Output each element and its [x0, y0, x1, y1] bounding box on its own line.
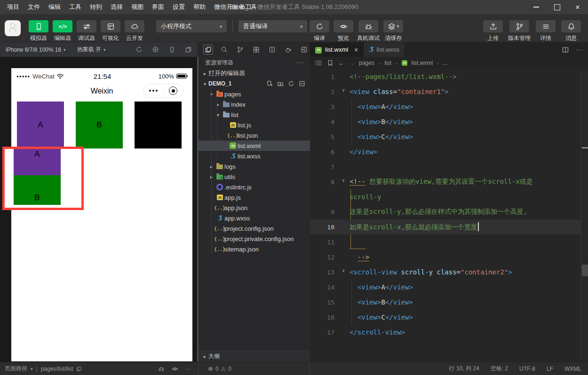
code-editor[interactable]: 1<!--pages/list/list.wxml-->2∨<view clas… — [310, 69, 581, 362]
more-icon[interactable]: ··· — [185, 366, 191, 372]
record-icon[interactable] — [152, 46, 159, 53]
code-line-2[interactable]: 2∨<view class="container1"> — [310, 84, 581, 99]
bookmark-icon[interactable] — [326, 59, 334, 67]
code-line-9[interactable]: 9这里是scroll-y,那么必须在样式中为其强制添加一个高度, — [310, 204, 581, 219]
tree-item-list[interactable]: ▾list — [199, 109, 310, 120]
code-line-wrap[interactable]: scroll-y — [310, 189, 581, 204]
breadcrumb-item-list[interactable]: list — [384, 60, 391, 66]
toolbar-button-清缓存[interactable]: ▾清缓存 — [383, 20, 404, 42]
code-line-3[interactable]: 3 <view>A</view> — [310, 99, 581, 114]
refresh-icon[interactable] — [288, 80, 294, 87]
tree-item-.eslintrc.js[interactable]: .eslintrc.js — [199, 182, 310, 192]
new-folder-icon[interactable] — [277, 80, 284, 87]
menu-帮助[interactable]: 帮助 — [189, 0, 210, 14]
phone-mini-icon[interactable] — [168, 46, 175, 53]
tree-item-app.js[interactable]: JSapp.js — [199, 192, 310, 203]
fold-icon[interactable]: ∨ — [337, 178, 350, 183]
tree-item-sitemap.json[interactable]: {..}sitemap.json — [199, 244, 310, 254]
teapot-icon[interactable] — [283, 45, 293, 55]
code-line-17[interactable]: 17</scroll-view> — [310, 325, 581, 340]
explorer-more-icon[interactable]: ··· — [296, 59, 303, 66]
breadcrumb-item-pages[interactable]: pages — [359, 60, 374, 66]
code-line-4[interactable]: 4 <view>B</view> — [310, 114, 581, 129]
scroll-view-container[interactable]: A B — [2, 147, 84, 210]
search-icon[interactable] — [219, 45, 229, 55]
hot-reload-toggle[interactable]: 热重载 开 ▾ — [77, 46, 106, 54]
s-badge-icon[interactable]: S — [267, 45, 277, 55]
editor-more-icon[interactable]: ··· — [576, 46, 583, 53]
tree-item-app.json[interactable]: {..}app.json — [199, 203, 310, 213]
code-line-1[interactable]: 1<!--pages/list/list.wxml--> — [310, 69, 581, 84]
tree-item-logs[interactable]: ▸logs — [199, 161, 310, 172]
menu-视图[interactable]: 视图 — [127, 0, 148, 14]
language-mode[interactable]: WXML — [564, 366, 581, 372]
toolbar-button-云开发[interactable]: 云开发 — [124, 20, 145, 42]
eol-setting[interactable]: LF — [547, 366, 553, 372]
breadcrumb-item-file[interactable]: list.wxml — [412, 60, 433, 66]
code-line-8[interactable]: 8∨<!-- 想要获取滚动的view,需要为其设置一个scroll-x或是 — [310, 174, 581, 189]
editor-scrollbar[interactable] — [581, 69, 588, 362]
menu-文件[interactable]: 文件 — [24, 0, 44, 14]
menu-转到[interactable]: 转到 — [86, 0, 106, 14]
mode-select[interactable]: 小程序模式 ▾ — [156, 20, 227, 32]
capsule-home-button[interactable] — [164, 86, 183, 95]
preview-eye-icon[interactable] — [172, 366, 178, 372]
toolbar-button-真机调试[interactable]: 真机调试 — [357, 20, 380, 42]
toolbar-button-调试器[interactable]: 调试器 — [76, 20, 97, 42]
tab-list.wxss[interactable]: Ʒlist.wxss — [364, 42, 405, 57]
close-tab-icon[interactable]: × — [354, 46, 358, 54]
code-line-5[interactable]: 5 <view>C</view> — [310, 129, 581, 144]
toolbar-button-消息[interactable]: 消息 — [561, 20, 581, 42]
tree-item-project.private.config.json[interactable]: {..}project.private.config.json — [199, 234, 310, 244]
outline-toggle-icon[interactable] — [315, 59, 322, 67]
menu-微信开发者工具[interactable]: 微信开发者工具 — [210, 0, 261, 14]
minimize-button[interactable] — [526, 0, 547, 14]
code-line-7[interactable]: 7 — [310, 159, 581, 174]
toolbar-button-上传[interactable]: 上传 — [483, 20, 503, 42]
code-line-13[interactable]: 13∨<scroll-view scroll-y class="containe… — [310, 265, 581, 280]
close-button[interactable]: ✕ — [567, 0, 588, 14]
tree-item-app.wxss[interactable]: Ʒapp.wxss — [199, 213, 310, 223]
copy-icon[interactable] — [76, 366, 82, 372]
menu-工具[interactable]: 工具 — [65, 0, 86, 14]
tree-item-list.wxml[interactable]: <>list.wxml — [199, 141, 310, 151]
branch-sm-icon[interactable] — [235, 45, 245, 55]
tab-list.wxml[interactable]: <>list.wxml× — [310, 42, 364, 57]
tree-item-DEMO_1[interactable]: ▾DEMO_1 — [199, 78, 310, 89]
outline-section[interactable]: ▸ 大纲 — [199, 351, 310, 362]
toolbar-button-预览[interactable]: 预览 — [333, 20, 354, 42]
encoding-setting[interactable]: UTF-8 — [519, 366, 535, 372]
menu-设置[interactable]: 设置 — [168, 0, 189, 14]
code-line-10[interactable]: 10如果是scroll-x,那么就必须添加一个宽度 — [310, 219, 581, 234]
tree-item-list.json[interactable]: {..}list.json — [199, 130, 310, 141]
menu-项目[interactable]: 项目 — [3, 0, 24, 14]
files-icon[interactable] — [203, 45, 213, 55]
toolbar-button-详情[interactable]: 详情 — [535, 20, 556, 42]
device-select[interactable]: iPhone 6/7/8 100% 16 ▾ — [6, 47, 66, 53]
forward-icon[interactable]: → — [349, 60, 355, 67]
code-line-6[interactable]: 6</view> — [310, 144, 581, 159]
blocks-icon[interactable] — [251, 45, 261, 55]
code-line-14[interactable]: 14 <view>A</view> — [310, 280, 581, 295]
cursor-position[interactable]: 行 10, 列 24 — [449, 365, 479, 373]
page-path-value[interactable]: pages/list/list — [41, 366, 73, 372]
tree-item-打开的编辑器[interactable]: ▸打开的编辑器 — [199, 68, 310, 78]
scrollbar-thumb[interactable] — [582, 265, 588, 276]
code-line-15[interactable]: 15 <view>B</view> — [310, 295, 581, 310]
compile-mode-select[interactable]: 普通编译 ▾ — [238, 20, 307, 32]
page-path-select[interactable]: 页面路径 — [5, 365, 27, 373]
menu-编辑[interactable]: 编辑 — [44, 0, 65, 14]
fold-icon[interactable]: ∨ — [337, 268, 350, 273]
toolbar-button-版本管理[interactable]: 版本管理 — [508, 20, 531, 42]
capsule-more-button[interactable] — [143, 90, 163, 92]
toolbar-button-编译[interactable]: 编译 — [309, 20, 330, 42]
collapse-left-icon[interactable] — [299, 45, 309, 55]
refresh-icon[interactable] — [135, 46, 143, 53]
code-line-11[interactable]: 11 — [310, 234, 581, 250]
new-file-icon[interactable] — [266, 80, 273, 87]
code-line-16[interactable]: 16 <view>C</view> — [310, 310, 581, 325]
tree-item-index[interactable]: ▸index — [199, 99, 310, 109]
collapse-all-icon[interactable] — [299, 80, 305, 87]
toolbar-button-模拟器[interactable]: 模拟器 — [28, 20, 49, 42]
tree-item-list.wxss[interactable]: Ʒlist.wxss — [199, 151, 310, 161]
